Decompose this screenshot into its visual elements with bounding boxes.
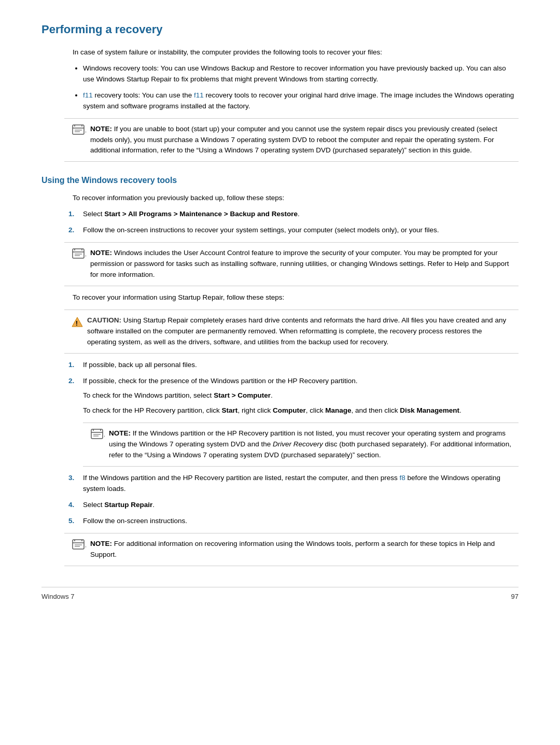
sub-text-1: To check for the Windows partition, sele…	[83, 390, 519, 401]
inner-note-box: ✎ NOTE: If the Windows partition or the …	[83, 423, 519, 467]
bullet-item-2: f11 recovery tools: You can use the f11 …	[83, 90, 519, 112]
caution-triangle-icon: !	[72, 316, 83, 331]
section2-intro: To recover information you previously ba…	[73, 193, 519, 204]
svg-text:✎: ✎	[85, 545, 86, 551]
startup-intro: To recover your information using Startu…	[73, 292, 519, 303]
svg-text:✎: ✎	[104, 434, 105, 440]
step-2-1: 1. If possible, back up all personal fil…	[83, 360, 519, 371]
note-label-2: NOTE:	[90, 249, 112, 257]
footer-left: Windows 7	[41, 592, 75, 602]
note-icon-inner: ✎	[90, 429, 105, 441]
step-2-2: 2. If possible, check for the presence o…	[83, 376, 519, 467]
svg-text:✎: ✎	[85, 130, 86, 136]
section-2-title: Using the Windows recovery tools	[41, 174, 519, 187]
f11-link-1[interactable]: f11	[83, 91, 93, 99]
inner-note-label: NOTE:	[109, 429, 131, 437]
step-1-1: 1. Select Start > All Programs > Mainten…	[83, 209, 519, 220]
note-label-3: NOTE:	[90, 540, 112, 547]
note-icon-1: ✎	[72, 124, 86, 137]
steps-list-2: 1. If possible, back up all personal fil…	[83, 360, 519, 527]
intro-text: In case of system failure or instability…	[73, 47, 519, 58]
sub-text-2: To check for the HP Recovery partition, …	[83, 405, 519, 416]
steps-list-1: 1. Select Start > All Programs > Mainten…	[83, 209, 519, 236]
footer-right: 97	[511, 593, 519, 600]
step-2-5: 5. Follow the on-screen instructions.	[83, 516, 519, 527]
f11-link-2[interactable]: f11	[194, 91, 204, 99]
caution-box: ! CAUTION: Using Startup Repair complete…	[64, 310, 519, 354]
note-box-3: ✎ NOTE: For additional information on re…	[64, 533, 519, 566]
svg-text:✎: ✎	[85, 254, 86, 260]
step-2-3: 3. If the Windows partition and the HP R…	[83, 473, 519, 495]
note-label-1: NOTE:	[90, 125, 112, 133]
note-box-1: ✎ NOTE: If you are unable to boot (start…	[64, 118, 519, 162]
f8-link[interactable]: f8	[400, 474, 405, 482]
note-box-2: ✎ NOTE: Windows includes the User Accoun…	[64, 242, 519, 286]
caution-label: CAUTION:	[87, 316, 121, 324]
page-title: Performing a recovery	[41, 21, 519, 38]
bullet-item-1: Windows recovery tools: You can use Wind…	[83, 63, 519, 85]
bullet-list: Windows recovery tools: You can use Wind…	[83, 63, 519, 112]
page-footer: Windows 7 97	[41, 587, 519, 602]
step-2-4: 4. Select Startup Repair.	[83, 500, 519, 511]
svg-text:!: !	[76, 319, 78, 327]
note-icon-2: ✎	[72, 248, 86, 261]
note-icon-3: ✎	[72, 539, 86, 552]
step-1-2: 2. Follow the on-screen instructions to …	[83, 225, 519, 236]
